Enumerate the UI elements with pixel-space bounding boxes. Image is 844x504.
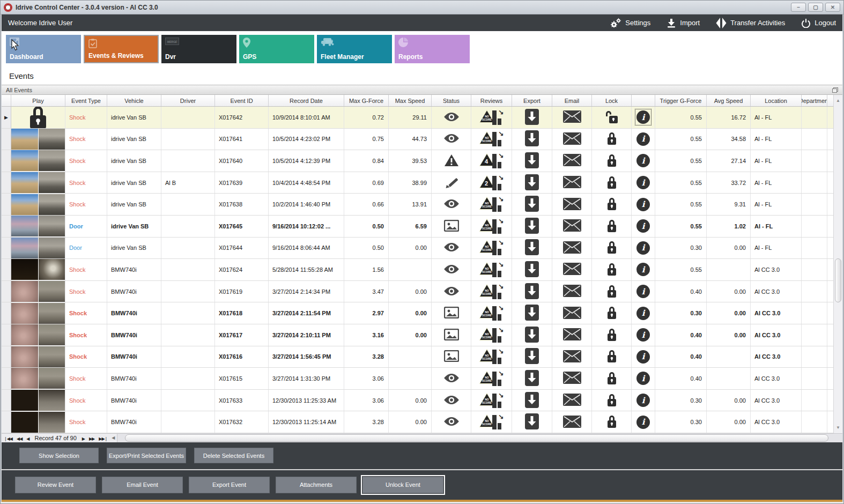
email-cell[interactable] [552, 281, 592, 302]
col-header-max-speed[interactable]: Max Speed [389, 95, 432, 106]
export-cell[interactable] [512, 107, 552, 128]
table-row[interactable]: Shock BMW740i X017615 3/27/2014 1:31:30 … [2, 368, 833, 390]
review-score-icon[interactable]: NOSCORE ↘ [479, 130, 504, 147]
export-cell[interactable] [512, 390, 552, 411]
export-cell[interactable] [512, 281, 552, 302]
status-cell[interactable] [432, 129, 471, 150]
reviews-cell[interactable]: NOSCORE ↘ [471, 346, 512, 368]
info-icon[interactable]: i [636, 307, 650, 320]
status-cell[interactable] [432, 390, 471, 411]
export-event-button[interactable]: Export Event [189, 477, 270, 493]
review-score-icon[interactable]: NOSCORE ↘ [479, 196, 504, 213]
table-row[interactable]: Door idrive Van SB X017645 9/16/2014 10:… [2, 216, 833, 238]
event-video-thumbnail[interactable] [11, 324, 65, 345]
export-cell[interactable] [512, 150, 552, 172]
table-row[interactable]: Shock idrive Van SB X017640 10/5/2014 4:… [2, 150, 833, 172]
lock-cell[interactable] [592, 302, 632, 324]
info-icon[interactable]: i [636, 285, 650, 298]
play-cell[interactable] [11, 324, 65, 346]
info-cell[interactable]: i [632, 281, 655, 302]
col-header-driver[interactable]: Driver [161, 95, 215, 106]
settings-menu-button[interactable]: Settings [610, 18, 650, 28]
review-score-icon[interactable]: NOSCORE ↘ [479, 305, 504, 322]
tab-gps[interactable]: GPS [239, 35, 314, 63]
email-cell[interactable] [552, 324, 592, 346]
event-video-thumbnail[interactable] [11, 238, 65, 258]
event-video-thumbnail[interactable] [11, 150, 65, 171]
info-cell[interactable]: i [632, 411, 655, 433]
panel-restore-icon[interactable] [832, 87, 838, 93]
col-header-export[interactable]: Export [512, 95, 552, 106]
info-cell[interactable]: i [632, 216, 655, 237]
review-score-icon[interactable]: 4 ↘ [479, 152, 504, 169]
horizontal-scrollbar-thumb[interactable] [125, 434, 828, 442]
reviews-cell[interactable]: NOSCORE ↘ [471, 411, 512, 433]
tab-dvr[interactable]: MERGEDvr [161, 35, 236, 63]
tab-fleet-manager[interactable]: Fleet Manager [317, 35, 392, 63]
export-cell[interactable] [512, 324, 552, 346]
email-cell[interactable] [552, 259, 592, 280]
col-header-blank[interactable] [632, 95, 655, 106]
table-row[interactable]: Door idrive Van SB X017644 9/16/2014 8:0… [2, 238, 833, 260]
info-cell[interactable]: i [632, 172, 655, 194]
info-icon[interactable]: i [636, 350, 650, 364]
status-cell[interactable] [432, 150, 471, 172]
play-cell[interactable] [11, 302, 65, 324]
review-score-icon[interactable]: NOSCORE ↘ [479, 392, 504, 409]
info-cell[interactable]: i [632, 150, 655, 172]
event-video-thumbnail[interactable] [11, 303, 65, 324]
delete-selected-events-button[interactable]: Delete Selected Events [194, 448, 273, 463]
review-event-button[interactable]: Review Event [15, 477, 96, 493]
review-score-icon[interactable]: NOSCORE ↘ [479, 348, 504, 365]
lock-cell[interactable] [592, 216, 632, 237]
play-cell[interactable] [11, 129, 65, 150]
review-score-icon[interactable]: 2 ↘ [479, 174, 504, 191]
play-cell[interactable] [11, 390, 65, 411]
col-header-email[interactable]: Email [552, 95, 592, 106]
export-cell[interactable] [512, 368, 552, 389]
export-cell[interactable] [512, 172, 552, 194]
table-row[interactable]: Shock idrive Van SB X017638 10/2/2014 1:… [2, 194, 833, 216]
status-cell[interactable] [432, 216, 471, 237]
lock-cell[interactable] [592, 194, 632, 215]
status-cell[interactable] [432, 324, 471, 346]
event-video-thumbnail[interactable] [11, 129, 65, 150]
record-nav-fwd-2[interactable]: ▶▶❘ [97, 436, 109, 441]
email-cell[interactable] [552, 216, 592, 237]
info-cell[interactable]: i [632, 238, 655, 259]
review-score-icon[interactable]: NOSCORE ↘ [479, 218, 504, 235]
table-row[interactable]: Shock BMW740i X017617 3/27/2014 2:10:11 … [2, 324, 833, 346]
event-video-thumbnail[interactable] [11, 194, 65, 215]
export-cell[interactable] [512, 238, 552, 259]
info-cell[interactable]: i [632, 390, 655, 411]
lock-cell[interactable] [592, 324, 632, 346]
status-cell[interactable] [432, 238, 471, 259]
play-cell[interactable] [11, 150, 65, 172]
table-row[interactable]: Shock BMW740i X017632 12/30/2013 11:25:1… [2, 411, 833, 433]
review-score-icon[interactable]: NOSCORE ↘ [479, 327, 504, 344]
play-cell[interactable] [11, 346, 65, 368]
col-header-record-date[interactable]: Record Date [269, 95, 344, 106]
horizontal-scrollbar[interactable] [117, 434, 842, 442]
lock-cell[interactable] [592, 368, 632, 389]
info-cell[interactable]: i [632, 259, 655, 280]
col-header-play[interactable]: Play [11, 95, 65, 106]
review-score-icon[interactable]: NOSCORE ↘ [479, 413, 504, 431]
close-button[interactable]: ✕ [825, 3, 840, 12]
email-cell[interactable] [552, 411, 592, 433]
info-cell[interactable]: i [632, 324, 655, 346]
record-nav-back-0[interactable]: ❘◀◀ [2, 436, 14, 441]
reviews-cell[interactable]: NOSCORE ↘ [471, 259, 512, 280]
info-icon[interactable]: i [636, 372, 650, 385]
info-cell[interactable]: i [632, 302, 655, 324]
info-cell[interactable]: i [632, 368, 655, 389]
reviews-cell[interactable]: NOSCORE ↘ [471, 238, 512, 259]
col-header-max-g-force[interactable]: Max G-Force [344, 95, 389, 106]
review-score-icon[interactable]: NOSCORE ↘ [479, 239, 504, 256]
tab-events-reviews[interactable]: Events & Reviews [84, 35, 159, 63]
info-cell[interactable]: i [632, 107, 655, 128]
reviews-cell[interactable]: NOSCORE ↘ [471, 107, 512, 128]
lock-cell[interactable] [592, 150, 632, 172]
info-icon[interactable]: i [636, 176, 650, 189]
col-header-department[interactable]: Department [802, 95, 827, 106]
